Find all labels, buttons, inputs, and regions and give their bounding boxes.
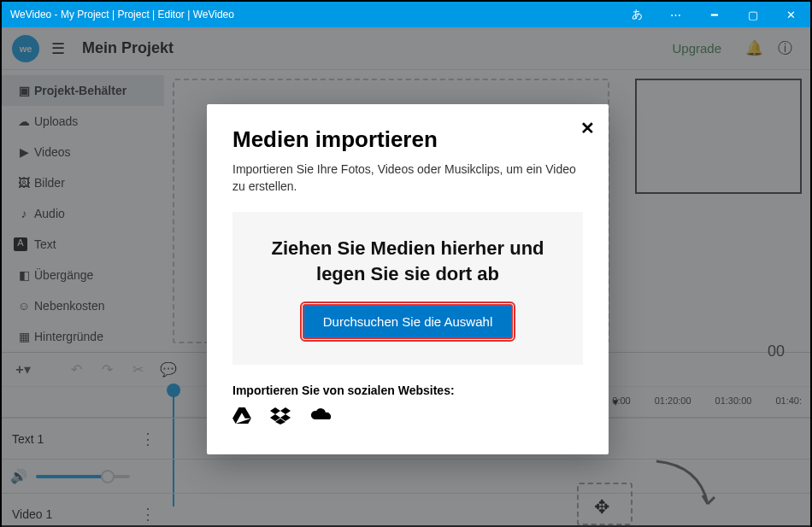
modal-close-button[interactable]: ✕ bbox=[580, 118, 595, 138]
titlebar-more-icon[interactable]: ⋯ bbox=[656, 2, 695, 27]
window-titlebar: WeVideo - My Project | Project | Editor … bbox=[2, 2, 810, 27]
social-import-label: Importieren Sie von sozialen Websites: bbox=[232, 384, 583, 397]
browse-button[interactable]: Durchsuchen Sie die Auswahl bbox=[303, 304, 513, 339]
maximize-button[interactable]: ▢ bbox=[733, 2, 772, 27]
dropzone-text: Ziehen Sie Medien hierher und legen Sie … bbox=[250, 236, 566, 286]
modal-title: Medien importieren bbox=[232, 126, 583, 153]
modal-description: Importieren Sie Ihre Fotos, Videos oder … bbox=[232, 161, 583, 195]
close-button[interactable]: ✕ bbox=[772, 2, 810, 27]
google-drive-icon[interactable] bbox=[232, 407, 251, 429]
minimize-button[interactable]: ━ bbox=[695, 2, 733, 27]
dropbox-icon[interactable] bbox=[270, 407, 291, 429]
window-title: WeVideo - My Project | Project | Editor … bbox=[2, 9, 618, 20]
import-media-modal: ✕ Medien importieren Importieren Sie Ihr… bbox=[207, 104, 609, 454]
titlebar-lang[interactable]: あ bbox=[618, 2, 656, 27]
modal-dropzone[interactable]: Ziehen Sie Medien hierher und legen Sie … bbox=[232, 212, 583, 364]
onedrive-icon[interactable] bbox=[309, 407, 332, 429]
